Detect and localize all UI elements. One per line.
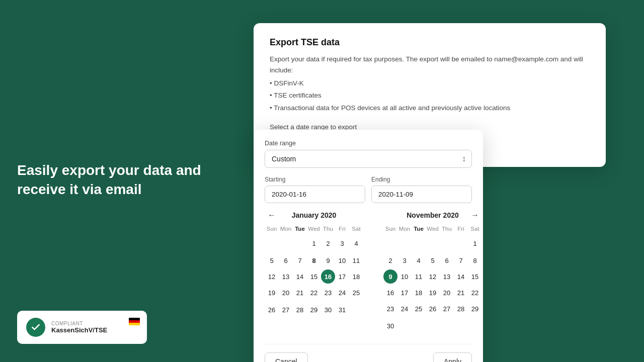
col-sun-r: Sun: [383, 224, 397, 234]
table-row[interactable]: 1: [307, 234, 321, 252]
table-row[interactable]: 21: [454, 285, 468, 301]
table-row[interactable]: 7: [454, 252, 468, 268]
table-row[interactable]: 2: [321, 234, 335, 252]
table-row[interactable]: 12: [426, 268, 440, 285]
col-mon: Mon: [279, 224, 293, 234]
tagline-line1: Easily export your data and: [17, 162, 201, 178]
table-row[interactable]: 15: [307, 268, 321, 285]
table-row[interactable]: 9: [383, 268, 397, 285]
table-row[interactable]: 6: [440, 252, 454, 268]
table-row[interactable]: 6: [279, 252, 293, 268]
table-row[interactable]: 25: [349, 285, 363, 301]
table-row: [468, 317, 482, 335]
table-row[interactable]: 23: [321, 285, 335, 301]
table-row[interactable]: 22: [468, 285, 482, 301]
tagline-line2: receive it via email: [17, 182, 142, 197]
table-row[interactable]: 3: [335, 234, 349, 252]
cancel-button[interactable]: Cancel: [265, 352, 308, 362]
table-row: [397, 317, 412, 335]
table-row: [293, 234, 307, 252]
table-row[interactable]: 4: [412, 252, 426, 268]
table-row[interactable]: 26: [426, 301, 440, 317]
table-row[interactable]: 7: [293, 252, 307, 268]
table-row[interactable]: 11: [412, 268, 426, 285]
ending-label: Ending: [371, 176, 472, 183]
table-row[interactable]: 28: [293, 301, 307, 319]
table-row[interactable]: 10: [335, 252, 349, 268]
col-tue: Tue: [293, 224, 307, 234]
table-row[interactable]: 30: [321, 301, 335, 319]
prev-month-button[interactable]: ←: [265, 210, 279, 221]
col-thu: Thu: [321, 224, 335, 234]
table-row[interactable]: 14: [454, 268, 468, 285]
col-sat-r: Sat: [468, 224, 482, 234]
table-row[interactable]: 27: [440, 301, 454, 317]
left-cal-grid: Sun Mon Tue Wed Thu Fri Sat 123456789101…: [265, 224, 363, 319]
table-row[interactable]: 5: [426, 252, 440, 268]
table-row: [349, 301, 363, 319]
table-row[interactable]: 8: [468, 252, 482, 268]
table-row[interactable]: 11: [349, 252, 363, 268]
col-fri-r: Fri: [454, 224, 468, 234]
table-row[interactable]: 20: [440, 285, 454, 301]
list-item-1: • DSFinV-K: [270, 77, 590, 89]
table-row[interactable]: 5: [265, 252, 279, 268]
table-row[interactable]: 16: [321, 268, 335, 285]
ending-field-group: Ending: [371, 176, 472, 203]
table-row[interactable]: 30: [383, 317, 397, 335]
table-row[interactable]: 16: [383, 285, 397, 301]
table-row[interactable]: 17: [397, 285, 412, 301]
compliance-name: KassenSichV/TSE: [51, 326, 107, 334]
date-range-section-label: Date range: [265, 140, 472, 147]
table-row[interactable]: 8: [307, 252, 321, 268]
compliance-badge: COMPLIANT KassenSichV/TSE: [17, 311, 147, 344]
background-tagline: Easily export your data and receive it v…: [17, 161, 201, 199]
table-row[interactable]: 13: [440, 268, 454, 285]
table-row[interactable]: 27: [279, 301, 293, 319]
table-row[interactable]: 28: [454, 301, 468, 317]
apply-button[interactable]: Apply: [433, 352, 472, 362]
table-row[interactable]: 31: [335, 301, 349, 319]
table-row[interactable]: 19: [426, 285, 440, 301]
table-row[interactable]: 13: [279, 268, 293, 285]
table-row[interactable]: 15: [468, 268, 482, 285]
table-row[interactable]: 24: [397, 301, 412, 317]
ending-input[interactable]: [371, 186, 472, 203]
col-mon-r: Mon: [397, 224, 412, 234]
col-sat: Sat: [349, 224, 363, 234]
table-row[interactable]: 29: [468, 301, 482, 317]
table-row[interactable]: 20: [279, 285, 293, 301]
table-row[interactable]: 1: [468, 234, 482, 252]
col-thu-r: Thu: [440, 224, 454, 234]
starting-input[interactable]: [265, 186, 365, 203]
table-row[interactable]: 17: [335, 268, 349, 285]
table-row[interactable]: 19: [265, 285, 279, 301]
table-row[interactable]: 29: [307, 301, 321, 319]
right-cal-title: November 2020: [407, 211, 459, 219]
table-row[interactable]: 21: [293, 285, 307, 301]
table-row[interactable]: 23: [383, 301, 397, 317]
next-month-button[interactable]: →: [468, 210, 482, 221]
starting-field-group: Starting: [265, 176, 365, 203]
table-row[interactable]: 26: [265, 301, 279, 319]
table-row: [440, 234, 454, 252]
table-row[interactable]: 25: [412, 301, 426, 317]
table-row[interactable]: 22: [307, 285, 321, 301]
table-row[interactable]: 14: [293, 268, 307, 285]
table-row: [265, 234, 279, 252]
datepicker-panel: Date range Custom ↕ Starting Ending ← Ja…: [254, 130, 483, 362]
table-row[interactable]: 24: [335, 285, 349, 301]
date-range-select[interactable]: Custom: [265, 150, 472, 168]
col-fri: Fri: [335, 224, 349, 234]
date-fields: Starting Ending: [265, 176, 472, 203]
table-row[interactable]: 2: [383, 252, 397, 268]
table-row[interactable]: 9: [321, 252, 335, 268]
table-row[interactable]: 10: [397, 268, 412, 285]
table-row[interactable]: 4: [349, 234, 363, 252]
table-row[interactable]: 3: [397, 252, 412, 268]
col-wed-r: Wed: [426, 224, 440, 234]
table-row[interactable]: 18: [412, 285, 426, 301]
date-range-select-wrap: Custom ↕: [265, 150, 472, 168]
table-row[interactable]: 18: [349, 268, 363, 285]
table-row[interactable]: 12: [265, 268, 279, 285]
